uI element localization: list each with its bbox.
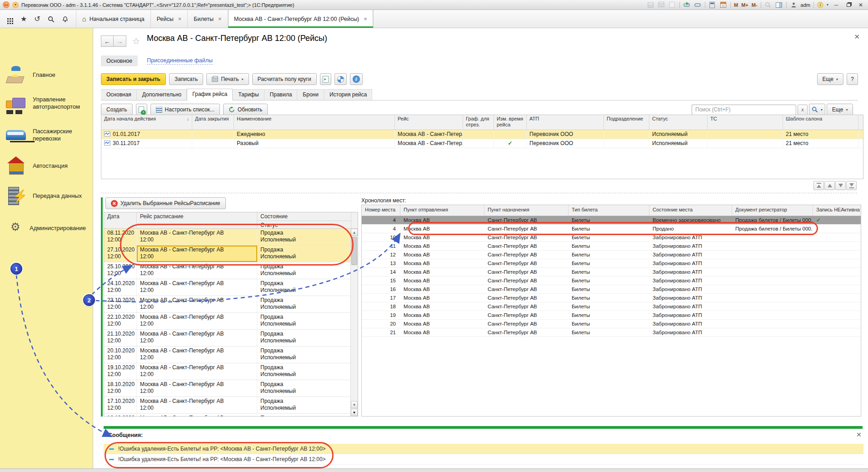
attached-files-link[interactable]: Присоединенные файлы bbox=[147, 57, 213, 65]
info-menu-icon[interactable]: i bbox=[817, 2, 823, 8]
column-header[interactable]: Граф. для отрез. bbox=[463, 115, 494, 130]
column-header[interactable]: Тип билета bbox=[569, 205, 649, 216]
column-header[interactable]: Состояние места bbox=[649, 205, 732, 216]
create-copy-button[interactable] bbox=[136, 104, 147, 115]
seat-row[interactable]: 10 Москва АВ Санкт-Петербург АВ Билеты З… bbox=[362, 233, 861, 242]
close-form-icon[interactable]: ✕ bbox=[854, 33, 860, 41]
get-link-icon[interactable] bbox=[683, 1, 691, 9]
refresh-button[interactable]: Обновить bbox=[223, 104, 268, 115]
timing-pie-button[interactable] bbox=[334, 73, 347, 85]
print-preview-icon[interactable] bbox=[668, 1, 676, 9]
minimize-button[interactable]: ─ bbox=[832, 1, 841, 9]
form-tab[interactable]: Основная bbox=[101, 89, 137, 100]
column-header[interactable]: Шаблон салона bbox=[783, 115, 858, 130]
close-tab-icon[interactable]: × bbox=[364, 15, 367, 22]
trip-row[interactable]: 22.10.202012:00 Москва АВ - Санкт-Петерб… bbox=[104, 313, 351, 330]
memory-add-button[interactable]: М+ bbox=[741, 2, 748, 8]
list-more-button[interactable]: Еще▾ bbox=[827, 104, 853, 115]
close-window-button[interactable]: ✕ bbox=[856, 1, 865, 9]
trip-row[interactable]: 08.11.202012:00 Москва АВ - Санкт-Петерб… bbox=[104, 229, 351, 246]
column-header[interactable]: АТП bbox=[527, 115, 604, 130]
trip-row[interactable]: 25.10.202012:00 Москва АВ - Санкт-Петерб… bbox=[104, 262, 351, 279]
form-tab[interactable]: Правила bbox=[264, 89, 298, 100]
trip-row[interactable]: 20.10.202012:00 Москва АВ - Санкт-Петерб… bbox=[104, 346, 351, 363]
tab-reisy[interactable]: Рейсы × bbox=[151, 10, 188, 28]
move-down-button[interactable] bbox=[835, 181, 846, 190]
scroll-down-button[interactable]: ▼ bbox=[351, 401, 358, 408]
info-caret-icon[interactable]: ▾ bbox=[827, 3, 828, 7]
form-tab[interactable]: Брони bbox=[297, 89, 324, 100]
column-header[interactable]: Наименование bbox=[234, 115, 395, 130]
sidebar-item[interactable]: Управление автотранспортом bbox=[5, 93, 92, 114]
save-button[interactable]: Записать bbox=[169, 73, 203, 85]
seat-row[interactable]: 16 Москва АВ Санкт-Петербург АВ Билеты З… bbox=[362, 285, 861, 294]
vertical-scrollbar[interactable]: ▲ ▼ ▼ bbox=[350, 229, 358, 417]
move-to-bottom-button[interactable] bbox=[846, 181, 857, 190]
column-header[interactable]: Изм. время рейса bbox=[494, 115, 527, 130]
move-to-top-button[interactable] bbox=[813, 181, 824, 190]
seat-row[interactable]: 4 Москва АВ Санкт-Петербург АВ Билеты Вр… bbox=[362, 216, 861, 225]
create-button[interactable]: Создать bbox=[101, 104, 133, 115]
tab-current-trip[interactable]: Москва АВ - Санкт-Петербург АВ 12:00 (Ре… bbox=[228, 10, 374, 28]
print-icon[interactable] bbox=[658, 1, 665, 9]
message-row[interactable]: !Ошибка удаления-Есть Билеты! на РР: <Мо… bbox=[104, 444, 863, 454]
form-tab[interactable]: Дополнительно bbox=[137, 89, 187, 100]
column-header[interactable]: Дата начала действия↓ bbox=[101, 115, 192, 130]
seat-row[interactable]: 15 Москва АВ Санкт-Петербург АВ Билеты З… bbox=[362, 276, 861, 285]
quick-menu-icon[interactable]: ▾ bbox=[12, 2, 19, 8]
save-and-close-button[interactable]: Записать и закрыть bbox=[101, 73, 166, 85]
panel-splitter[interactable] bbox=[101, 193, 857, 193]
message-row[interactable]: !Ошибка удаления-Есть Билеты! на РР: <Мо… bbox=[104, 454, 863, 465]
split-window-icon[interactable] bbox=[775, 1, 783, 9]
export-document-button[interactable] bbox=[320, 73, 331, 85]
column-header[interactable]: Подразделение bbox=[604, 115, 649, 130]
main-menu-icon[interactable] bbox=[7, 18, 9, 20]
go-to-link-icon[interactable] bbox=[694, 1, 702, 9]
schedule-row[interactable]: 30.11.2017 Разовый Москва АВ - Санкт-Пет… bbox=[101, 139, 863, 148]
tab-home[interactable]: ⌂ Начальная страница bbox=[76, 10, 151, 28]
trip-row[interactable]: 18.10.202012:00 Москва АВ - Санкт-Петерб… bbox=[104, 380, 351, 397]
scroll-up-button[interactable]: ▲ bbox=[351, 229, 358, 236]
clear-search-button[interactable]: x bbox=[798, 105, 808, 115]
seat-row[interactable]: 13 Москва АВ Санкт-Петербург АВ Билеты З… bbox=[362, 259, 861, 268]
print-button[interactable]: Печать ▾ bbox=[206, 73, 249, 85]
notifications-bell-icon[interactable] bbox=[62, 15, 69, 22]
seat-row[interactable]: 17 Москва АВ Санкт-Петербург АВ Билеты З… bbox=[362, 294, 861, 302]
trip-row[interactable]: 23.10.202012:00 Москва АВ - Санкт-Петерб… bbox=[104, 296, 351, 313]
search-button[interactable]: ▾ bbox=[809, 104, 825, 115]
move-up-button[interactable] bbox=[824, 181, 835, 190]
sidebar-item[interactable]: Автостанция bbox=[5, 156, 92, 176]
column-header[interactable]: Документ регистратор bbox=[732, 205, 813, 216]
column-header[interactable]: Рейс расписание bbox=[137, 212, 257, 229]
tab-bilety[interactable]: Билеты × bbox=[188, 10, 228, 28]
seat-row[interactable]: 4 Москва АВ Санкт-Петербург АВ Билеты Пр… bbox=[362, 225, 861, 233]
trip-row[interactable]: 24.10.202012:00 Москва АВ - Санкт-Петерб… bbox=[104, 279, 351, 296]
help-button[interactable]: ? bbox=[847, 73, 858, 85]
scroll-to-end-button[interactable]: ▼ bbox=[351, 409, 358, 416]
form-tab[interactable]: История рейса bbox=[324, 89, 373, 100]
memory-recall-button[interactable]: М bbox=[734, 2, 738, 8]
more-button[interactable]: Еще▾ bbox=[817, 73, 843, 85]
sidebar-item[interactable]: Передача данных bbox=[5, 186, 92, 206]
column-header[interactable]: Статус bbox=[649, 115, 708, 130]
calc-semicircles-button[interactable]: Расчитать полу круги bbox=[252, 73, 317, 85]
seat-row[interactable]: 20 Москва АВ Санкт-Петербург АВ Билеты З… bbox=[362, 320, 861, 328]
maximize-button[interactable] bbox=[844, 1, 853, 9]
calculator-icon[interactable] bbox=[708, 1, 716, 9]
seat-row[interactable]: 14 Москва АВ Санкт-Петербург АВ Билеты З… bbox=[362, 268, 861, 276]
seat-row[interactable]: 12 Москва АВ Санкт-Петербург АВ Билеты З… bbox=[362, 251, 861, 259]
global-search-icon[interactable] bbox=[48, 15, 55, 22]
column-header[interactable]: Дата bbox=[104, 212, 137, 229]
column-header[interactable]: Пункт отправления bbox=[400, 205, 484, 216]
memory-subtract-button[interactable]: М- bbox=[752, 2, 758, 8]
column-header[interactable]: Рейс bbox=[395, 115, 463, 130]
sidebar-item[interactable]: Главное bbox=[5, 65, 92, 85]
sidebar-item[interactable]: Пассажирские перевозки bbox=[5, 125, 92, 146]
calendar-icon[interactable]: 31 bbox=[719, 1, 727, 9]
trip-row[interactable]: 17.10.202012:00 Москва АВ - Санкт-Петерб… bbox=[104, 397, 351, 414]
column-header[interactable]: ТС bbox=[708, 115, 783, 130]
save-icon[interactable] bbox=[647, 1, 654, 9]
trip-row[interactable]: 19.10.202012:00 Москва АВ - Санкт-Петерб… bbox=[104, 363, 351, 380]
seat-row[interactable]: 19 Москва АВ Санкт-Петербург АВ Билеты З… bbox=[362, 311, 861, 320]
nav-main-link[interactable]: Основное bbox=[101, 55, 138, 66]
